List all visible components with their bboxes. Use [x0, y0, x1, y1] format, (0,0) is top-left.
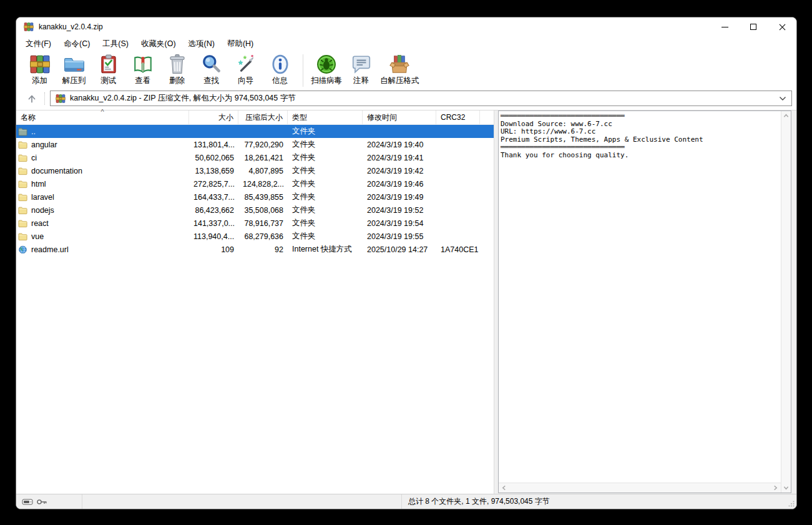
- virus-scan-icon: [316, 54, 337, 75]
- menu-favorites[interactable]: 收藏夹(O): [135, 37, 182, 51]
- resize-grip-icon[interactable]: [788, 501, 795, 507]
- scroll-right-icon[interactable]: [773, 485, 778, 491]
- table-row[interactable]: vue113,940,4...68,279,636文件夹2024/3/19 19…: [16, 230, 494, 243]
- chevron-down-icon[interactable]: [779, 96, 786, 101]
- column-header-modified[interactable]: 修改时间: [363, 110, 436, 124]
- test-button[interactable]: 测试: [91, 54, 125, 86]
- column-header-packed-size[interactable]: 压缩后大小: [238, 110, 288, 124]
- folder-icon: [18, 193, 27, 202]
- toolbar: 添加解压到测试查看删除查找向导信息扫描病毒注释自解压格式: [16, 52, 796, 90]
- info-button[interactable]: 信息: [263, 54, 297, 86]
- menu-commands[interactable]: 命令(C): [57, 37, 96, 51]
- file-modified-cell: 2024/3/19 19:49: [363, 193, 436, 202]
- folder-icon: [18, 232, 27, 241]
- file-packed-cell: 77,920,290: [238, 140, 288, 149]
- maximize-button[interactable]: [739, 17, 768, 36]
- column-header-name[interactable]: 名称^: [16, 110, 189, 124]
- file-packed-cell: 92: [238, 245, 288, 254]
- scroll-up-icon[interactable]: [783, 113, 789, 119]
- file-packed-cell: 18,261,421: [238, 154, 288, 162]
- table-row[interactable]: html272,825,7...124,828,2...文件夹2024/3/19…: [16, 177, 494, 190]
- sfx-button-label: 自解压格式: [380, 76, 419, 86]
- file-modified-cell: 2024/3/19 19:55: [363, 232, 436, 241]
- scroll-down-icon[interactable]: [783, 485, 789, 491]
- table-row[interactable]: laravel164,433,7...85,439,855文件夹2024/3/1…: [16, 190, 494, 204]
- status-bar: 总计 8 个文件夹, 1 文件, 974,503,045 字节: [16, 494, 796, 509]
- file-type-cell: 文件夹: [288, 218, 363, 228]
- wizard-button[interactable]: 向导: [228, 54, 263, 86]
- test-clipboard-icon: [98, 54, 119, 75]
- address-bar: kanakku_v2.0.4.zip - ZIP 压缩文件, 解包大小为 974…: [16, 90, 796, 110]
- view-button[interactable]: 查看: [125, 54, 160, 86]
- column-header-crc32[interactable]: CRC32: [436, 110, 480, 124]
- comment-horizontal-scrollbar[interactable]: [499, 483, 781, 493]
- toolbar-separator: [303, 54, 303, 87]
- table-row[interactable]: nodejs86,423,66235,508,068文件夹2024/3/19 1…: [16, 204, 494, 217]
- table-row[interactable]: readme.url10992Internet 快捷方式2025/10/29 1…: [16, 243, 494, 256]
- file-modified-cell: 2024/3/19 19:40: [363, 140, 436, 149]
- scan-virus-button[interactable]: 扫描病毒: [309, 54, 344, 86]
- comment-button[interactable]: 注释: [344, 54, 378, 86]
- file-name-cell: vue: [16, 232, 189, 241]
- comment-vertical-scrollbar[interactable]: [781, 111, 791, 493]
- folder-icon: [18, 167, 27, 175]
- disk-icon: [22, 498, 33, 506]
- column-header-type[interactable]: 类型: [288, 110, 363, 124]
- maximize-icon: [750, 24, 756, 30]
- archive-path-combobox[interactable]: kanakku_v2.0.4.zip - ZIP 压缩文件, 解包大小为 974…: [50, 91, 792, 106]
- view-book-icon: [132, 54, 154, 75]
- menu-help[interactable]: 帮助(H): [221, 37, 260, 51]
- file-size-cell: 164,433,7...: [189, 193, 238, 202]
- find-button[interactable]: 查找: [194, 54, 228, 86]
- table-row[interactable]: ..文件夹: [16, 125, 494, 138]
- url-icon: [18, 245, 27, 254]
- table-row[interactable]: react141,337,0...78,916,737文件夹2024/3/19 …: [16, 217, 494, 230]
- extract-to-button[interactable]: 解压到: [57, 54, 91, 86]
- file-size-cell: 131,801,4...: [189, 140, 238, 149]
- file-type-cell: 文件夹: [288, 126, 363, 137]
- file-name-cell: react: [16, 219, 189, 228]
- up-arrow-icon: [27, 94, 37, 104]
- delete-button[interactable]: 删除: [160, 54, 194, 86]
- file-size-cell: 141,337,0...: [189, 219, 238, 228]
- close-button[interactable]: [768, 17, 796, 36]
- info-button-label: 信息: [272, 76, 288, 86]
- file-name-cell: documentation: [16, 167, 189, 175]
- scroll-left-icon[interactable]: [501, 485, 507, 491]
- file-name-cell: ci: [16, 154, 189, 162]
- menu-tools[interactable]: 工具(S): [96, 37, 135, 51]
- wizard-button-label: 向导: [238, 76, 253, 86]
- folder-icon: [18, 219, 27, 228]
- winrar-window: kanakku_v2.0.4.zip 文件(F)命令(C)工具(S)收藏夹(O)…: [16, 17, 797, 509]
- folder-icon: [18, 180, 27, 189]
- magnifier-icon: [201, 54, 222, 75]
- status-total-text: 总计 8 个文件夹, 1 文件, 974,503,045 字节: [402, 496, 796, 507]
- up-one-level-button[interactable]: [22, 91, 41, 106]
- file-type-cell: 文件夹: [288, 192, 363, 202]
- file-name-cell: html: [16, 180, 189, 189]
- file-crc-cell: 1A740CE1: [436, 245, 480, 254]
- scan-virus-button-label: 扫描病毒: [311, 76, 342, 86]
- table-row[interactable]: documentation13,138,6594,807,895文件夹2024/…: [16, 164, 494, 177]
- table-row[interactable]: ci50,602,06518,261,421文件夹2024/3/19 19:41: [16, 151, 494, 164]
- table-row[interactable]: angular131,801,4...77,920,290文件夹2024/3/1…: [16, 138, 494, 151]
- view-button-label: 查看: [135, 76, 150, 86]
- sfx-button[interactable]: 自解压格式: [378, 54, 421, 86]
- file-rows: ..文件夹angular131,801,4...77,920,290文件夹202…: [16, 125, 494, 494]
- column-header-size[interactable]: 大小: [189, 110, 238, 124]
- menu-file[interactable]: 文件(F): [19, 37, 57, 51]
- file-size-cell: 272,825,7...: [189, 180, 238, 189]
- status-middle-section: [82, 494, 402, 509]
- minimize-button[interactable]: [710, 17, 739, 36]
- add-button[interactable]: 添加: [22, 54, 57, 86]
- list-header: 名称^大小压缩后大小类型修改时间CRC32: [16, 110, 494, 125]
- extract-to-button-label: 解压到: [62, 76, 86, 86]
- file-type-cell: 文件夹: [288, 231, 363, 242]
- sort-ascending-indicator: ^: [100, 108, 104, 115]
- archive-add-icon: [29, 54, 51, 75]
- info-icon: [270, 54, 291, 75]
- menu-options[interactable]: 选项(N): [182, 37, 221, 51]
- window-title: kanakku_v2.0.4.zip: [39, 22, 103, 31]
- desktop-background: kanakku_v2.0.4.zip 文件(F)命令(C)工具(S)收藏夹(O)…: [0, 0, 812, 525]
- file-name-cell: nodejs: [16, 206, 189, 215]
